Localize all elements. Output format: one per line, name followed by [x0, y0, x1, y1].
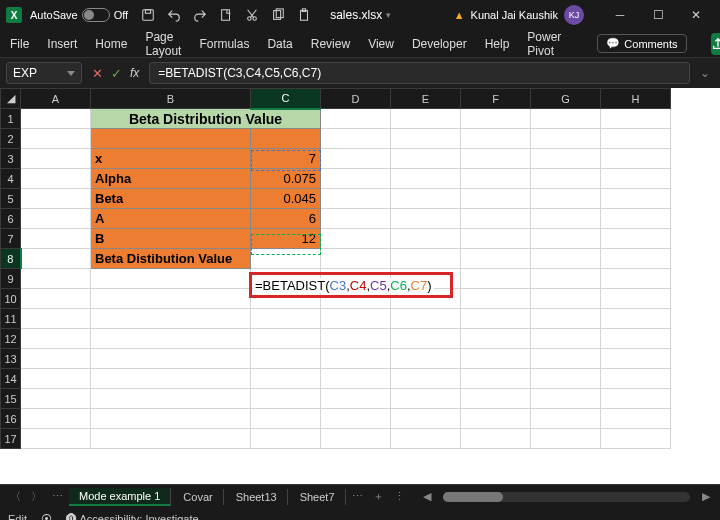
user-name: Kunal Jai Kaushik	[471, 9, 558, 21]
cell-b7[interactable]: B	[91, 229, 251, 249]
row-header-9[interactable]: 9	[1, 269, 21, 289]
worksheet-grid[interactable]: ◢ A B C D E F G H 1Beta Distribution Val…	[0, 88, 720, 484]
col-header-e[interactable]: E	[391, 89, 461, 109]
cell-c7[interactable]: 12	[251, 229, 321, 249]
autosave-toggle[interactable]: AutoSave Off	[30, 8, 128, 22]
tab-home[interactable]: Home	[95, 37, 127, 51]
row-header-2[interactable]: 2	[1, 129, 21, 149]
user-account[interactable]: ▲ Kunal Jai Kaushik KJ	[454, 5, 584, 25]
fx-icon[interactable]: fx	[130, 66, 139, 80]
col-header-f[interactable]: F	[461, 89, 531, 109]
sheet-options[interactable]: ⋮	[390, 490, 409, 503]
cell-b8[interactable]: Beta Distibution Value	[91, 249, 251, 269]
comments-button[interactable]: 💬 Comments	[597, 34, 686, 53]
accept-formula-icon[interactable]: ✓	[111, 66, 122, 81]
sheet-overflow[interactable]: ⋯	[348, 490, 367, 503]
tab-formulas[interactable]: Formulas	[199, 37, 249, 51]
scroll-right-icon[interactable]: ▶	[698, 490, 714, 503]
new-icon[interactable]	[218, 7, 234, 23]
row-header-4[interactable]: 4	[1, 169, 21, 189]
scroll-left-icon[interactable]: ◀	[419, 490, 435, 503]
new-sheet-button[interactable]: ＋	[369, 489, 388, 504]
cell-b5[interactable]: Beta	[91, 189, 251, 209]
scroll-thumb[interactable]	[443, 492, 503, 502]
status-mode: Edit	[8, 513, 27, 520]
sheet-nav-next[interactable]: 〉	[27, 489, 46, 504]
cell-c5[interactable]: 0.045	[251, 189, 321, 209]
row-header-16[interactable]: 16	[1, 409, 21, 429]
svg-rect-1	[146, 10, 151, 14]
warning-icon: ▲	[454, 9, 465, 21]
row-header-11[interactable]: 11	[1, 309, 21, 329]
tab-insert[interactable]: Insert	[47, 37, 77, 51]
cancel-formula-icon[interactable]: ✕	[92, 66, 103, 81]
row-header-17[interactable]: 17	[1, 429, 21, 449]
paste-icon[interactable]	[296, 7, 312, 23]
cell-header[interactable]: Beta Distribution Value	[91, 109, 321, 129]
cut-icon[interactable]	[244, 7, 260, 23]
row-header-1[interactable]: 1	[1, 109, 21, 129]
row-header-14[interactable]: 14	[1, 369, 21, 389]
name-box[interactable]: EXP	[6, 62, 82, 84]
cell-c8[interactable]	[251, 249, 321, 269]
undo-icon[interactable]	[166, 7, 182, 23]
cell-b3[interactable]: x	[91, 149, 251, 169]
sheet-nav-more[interactable]: ⋯	[48, 490, 67, 503]
tab-page-layout[interactable]: Page Layout	[145, 30, 181, 58]
cell-c6[interactable]: 6	[251, 209, 321, 229]
tab-help[interactable]: Help	[485, 37, 510, 51]
save-icon[interactable]	[140, 7, 156, 23]
sheet-tab-strip: 〈 〉 ⋯ Mode example 1 Covar Sheet13 Sheet…	[0, 484, 720, 508]
sheet-nav-prev[interactable]: 〈	[6, 489, 25, 504]
toggle-icon[interactable]	[82, 8, 110, 22]
formula-input[interactable]: =BETADIST(C3,C4,C5,C6,C7)	[149, 62, 690, 84]
row-header-5[interactable]: 5	[1, 189, 21, 209]
file-title[interactable]: sales.xlsx ▾	[330, 8, 391, 22]
row-header-13[interactable]: 13	[1, 349, 21, 369]
copy-icon[interactable]	[270, 7, 286, 23]
row-header-6[interactable]: 6	[1, 209, 21, 229]
filename: sales.xlsx	[330, 8, 382, 22]
ribbon: File Insert Home Page Layout Formulas Da…	[0, 30, 720, 58]
avatar: KJ	[564, 5, 584, 25]
redo-icon[interactable]	[192, 7, 208, 23]
cell-b4[interactable]: Alpha	[91, 169, 251, 189]
row-header-12[interactable]: 12	[1, 329, 21, 349]
autosave-state: Off	[114, 9, 128, 21]
cell-c3[interactable]: 7	[251, 149, 321, 169]
accessibility-status[interactable]: ⓿ Accessibility: Investigate	[66, 513, 199, 520]
cell-c4[interactable]: 0.075	[251, 169, 321, 189]
close-button[interactable]: ✕	[678, 2, 714, 28]
horizontal-scrollbar[interactable]: ◀ ▶	[419, 490, 714, 503]
tab-view[interactable]: View	[368, 37, 394, 51]
row-header-8[interactable]: 8	[1, 249, 21, 269]
row-header-3[interactable]: 3	[1, 149, 21, 169]
select-all-corner[interactable]: ◢	[1, 89, 21, 109]
col-header-g[interactable]: G	[531, 89, 601, 109]
sheet-tab-1[interactable]: Covar	[173, 489, 223, 505]
tab-file[interactable]: File	[10, 37, 29, 51]
share-button[interactable]	[711, 33, 720, 55]
svg-rect-2	[222, 10, 230, 21]
maximize-button[interactable]: ☐	[640, 2, 676, 28]
col-header-a[interactable]: A	[21, 89, 91, 109]
status-bar: Edit ⦿ ⓿ Accessibility: Investigate	[0, 508, 720, 520]
sheet-tab-2[interactable]: Sheet13	[226, 489, 288, 505]
tab-power-pivot[interactable]: Power Pivot	[527, 30, 561, 58]
row-header-7[interactable]: 7	[1, 229, 21, 249]
macro-record-icon[interactable]: ⦿	[41, 513, 52, 520]
cell-b6[interactable]: A	[91, 209, 251, 229]
tab-developer[interactable]: Developer	[412, 37, 467, 51]
col-header-d[interactable]: D	[321, 89, 391, 109]
row-header-15[interactable]: 15	[1, 389, 21, 409]
tab-review[interactable]: Review	[311, 37, 350, 51]
expand-formula-icon[interactable]: ⌄	[696, 66, 714, 80]
sheet-tab-3[interactable]: Sheet7	[290, 489, 346, 505]
col-header-b[interactable]: B	[91, 89, 251, 109]
col-header-h[interactable]: H	[601, 89, 671, 109]
col-header-c[interactable]: C	[251, 89, 321, 109]
row-header-10[interactable]: 10	[1, 289, 21, 309]
tab-data[interactable]: Data	[267, 37, 292, 51]
minimize-button[interactable]: ─	[602, 2, 638, 28]
sheet-tab-0[interactable]: Mode example 1	[69, 488, 171, 506]
